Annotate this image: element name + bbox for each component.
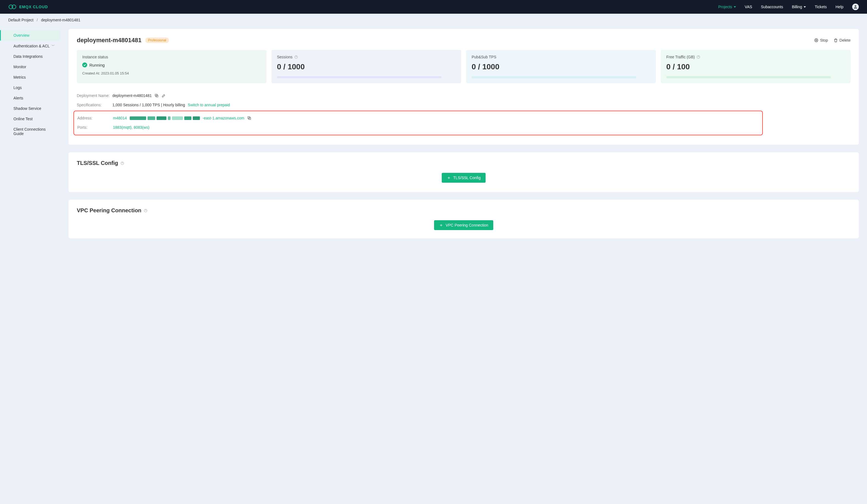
address-ports-highlight: Address: m48014 <box>74 111 763 135</box>
card-title: Instance status <box>82 55 261 59</box>
deployment-info: Deployment Name: deployment-m4801481 Spe… <box>77 91 850 135</box>
switch-prepaid-link[interactable]: Switch to annual prepaid <box>188 103 230 107</box>
delete-label: Delete <box>839 38 850 42</box>
header-left: deployment-m4801481 Professional <box>77 37 169 44</box>
plus-icon: ＋ <box>447 176 451 180</box>
help-icon[interactable] <box>696 55 700 59</box>
deployment-name-value: deployment-m4801481 <box>113 94 152 98</box>
info-value: 1,000 Sessions / 1,000 TPS | Hourly bill… <box>113 103 230 107</box>
card-title: Sessions <box>277 55 456 59</box>
sidebar-item-shadow[interactable]: Shadow Service <box>0 103 60 114</box>
svg-point-2 <box>855 5 856 7</box>
header-actions: Stop Delete <box>814 38 850 42</box>
avatar[interactable] <box>852 3 859 10</box>
nav-help[interactable]: Help <box>835 5 843 9</box>
address-suffix: -east-1.amazonaws.com <box>203 116 245 120</box>
status-running-icon <box>82 63 87 67</box>
tls-button-label: TLS/SSL Config <box>453 176 481 180</box>
row-specifications: Specifications: 1,000 Sessions / 1,000 T… <box>77 100 850 110</box>
vpc-peering-button[interactable]: ＋ VPC Peering Connection <box>434 220 493 230</box>
tls-panel: TLS/SSL Config ＋ TLS/SSL Config <box>68 152 859 192</box>
main: deployment-m4801481 Professional Stop <box>68 29 859 246</box>
brand-text: EMQX CLOUD <box>19 5 48 9</box>
sessions-progress <box>277 76 441 78</box>
vpc-title-text: VPC Peering Connection <box>77 207 141 213</box>
nav-tickets[interactable]: Tickets <box>815 5 827 9</box>
nav-vas[interactable]: VAS <box>745 5 752 9</box>
navbar: EMQX CLOUD Projects VAS Subaccounts Bill… <box>0 0 867 14</box>
help-icon[interactable] <box>120 161 124 165</box>
pubsub-value: 0 / 1000 <box>472 63 650 71</box>
svg-point-3 <box>815 39 818 42</box>
sidebar-item-integrations[interactable]: Data Integrations <box>0 51 60 62</box>
help-icon[interactable] <box>144 209 148 212</box>
sidebar-item-logs[interactable]: Logs <box>0 83 60 93</box>
help-icon[interactable] <box>294 55 298 59</box>
sidebar-item-online-test[interactable]: Online Test <box>0 114 60 124</box>
layout: Overview Authentication & ACL ﹀ Data Int… <box>0 26 867 257</box>
stop-icon <box>814 38 818 42</box>
info-label: Ports: <box>77 125 113 130</box>
breadcrumb-project[interactable]: Default Project <box>8 18 33 22</box>
nav-projects[interactable]: Projects <box>718 5 736 9</box>
breadcrumb: Default Project / deployment-m4801481 <box>0 14 867 26</box>
info-label: Address: <box>77 116 113 120</box>
breadcrumb-current: deployment-m4801481 <box>41 18 81 22</box>
card-title-text: Sessions <box>277 55 292 59</box>
sidebar-item-auth[interactable]: Authentication & ACL ﹀ <box>0 41 60 51</box>
sidebar-item-overview[interactable]: Overview <box>0 30 60 41</box>
nav-billing[interactable]: Billing <box>792 5 806 9</box>
created-at-label: Created At: <box>82 71 100 75</box>
nav-projects-label: Projects <box>718 5 732 9</box>
info-label: Specifications: <box>77 103 113 107</box>
sidebar: Overview Authentication & ACL ﹀ Data Int… <box>0 29 60 246</box>
sidebar-item-label: Authentication & ACL <box>13 44 50 48</box>
card-pubsub-tps: Pub&Sub TPS 0 / 1000 <box>466 50 656 83</box>
sidebar-item-label: Overview <box>13 33 29 37</box>
navbar-right: Projects VAS Subaccounts Billing Tickets… <box>718 3 859 10</box>
vpc-button-label: VPC Peering Connection <box>446 223 488 227</box>
row-address: Address: m48014 <box>77 113 759 123</box>
info-label: Deployment Name: <box>77 94 113 98</box>
row-ports: Ports: 1883(mqtt), 8083(ws) <box>77 123 759 132</box>
card-instance-status: Instance status Running Created At: 2023… <box>77 50 267 83</box>
vpc-title: VPC Peering Connection <box>77 207 850 213</box>
deployment-title: deployment-m4801481 <box>77 37 141 44</box>
address-value: m48014 -east-1.amazonaws.com <box>113 116 251 120</box>
svg-rect-4 <box>816 40 817 41</box>
traffic-value: 0 / 100 <box>666 63 845 71</box>
navbar-left: EMQX CLOUD <box>8 4 48 10</box>
sidebar-item-metrics[interactable]: Metrics <box>0 72 60 83</box>
tls-title-text: TLS/SSL Config <box>77 160 118 166</box>
badge-professional: Professional <box>145 37 169 43</box>
chevron-down-icon <box>804 6 806 8</box>
trash-icon <box>834 38 838 42</box>
sidebar-item-alerts[interactable]: Alerts <box>0 93 60 103</box>
vpc-panel: VPC Peering Connection ＋ VPC Peering Con… <box>68 200 859 238</box>
traffic-progress <box>666 76 831 78</box>
address-prefix: m48014 <box>113 116 127 120</box>
copy-icon[interactable] <box>154 94 159 98</box>
nav-billing-label: Billing <box>792 5 802 9</box>
card-title-text: Free Traffic (GB) <box>666 55 695 59</box>
sidebar-item-client-guide[interactable]: Client Connections Guide <box>0 124 60 139</box>
sidebar-item-monitor[interactable]: Monitor <box>0 62 60 72</box>
brand-logo[interactable]: EMQX CLOUD <box>8 4 48 10</box>
delete-button[interactable]: Delete <box>834 38 850 42</box>
card-free-traffic: Free Traffic (GB) 0 / 100 <box>661 50 850 83</box>
svg-point-1 <box>12 5 16 9</box>
stop-button[interactable]: Stop <box>814 38 828 42</box>
status-text: Running <box>89 63 105 67</box>
chevron-down-icon <box>734 6 736 8</box>
tls-button-row: ＋ TLS/SSL Config <box>77 173 850 183</box>
vpc-button-row: ＋ VPC Peering Connection <box>77 220 850 230</box>
edit-icon[interactable] <box>161 94 166 98</box>
copy-icon[interactable] <box>247 116 251 120</box>
plus-icon: ＋ <box>439 223 443 227</box>
pubsub-progress <box>472 76 636 78</box>
tls-config-button[interactable]: ＋ TLS/SSL Config <box>442 173 485 183</box>
created-at-value: 2023.01.05 15:54 <box>101 71 129 75</box>
logo-icon <box>8 4 17 10</box>
ports-value: 1883(mqtt), 8083(ws) <box>113 125 149 130</box>
nav-subaccounts[interactable]: Subaccounts <box>761 5 783 9</box>
